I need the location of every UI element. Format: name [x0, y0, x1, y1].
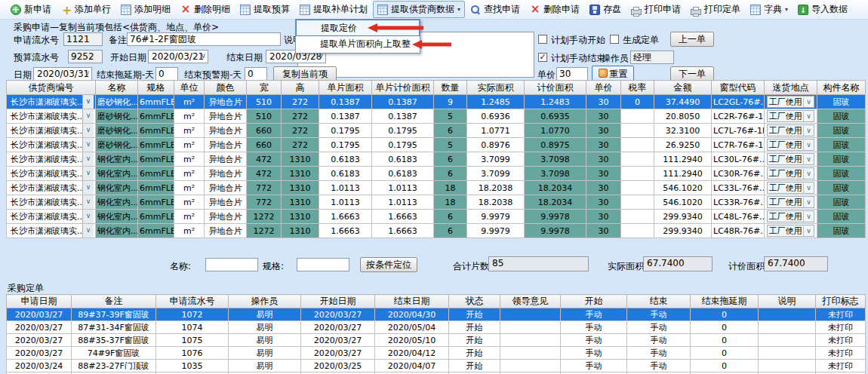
cell[interactable]: 钢化室内... — [96, 152, 138, 167]
cell[interactable]: 手动 — [561, 321, 627, 334]
cell[interactable]: 易明 — [229, 360, 301, 372]
cell[interactable] — [621, 124, 654, 138]
cell[interactable]: 3.7099 — [467, 167, 525, 181]
apply-no-field[interactable] — [63, 32, 103, 46]
cell[interactable]: 18 — [434, 195, 467, 210]
cell[interactable]: 钢化室内... — [96, 224, 138, 238]
cell[interactable]: 660 — [247, 124, 282, 138]
cell[interactable]: 固玻 — [817, 138, 866, 152]
cell[interactable]: 1310 — [282, 152, 319, 167]
column-header[interactable]: 单片面积 — [319, 81, 372, 95]
cell[interactable]: m² — [174, 109, 205, 124]
cell[interactable]: 易明 — [229, 334, 301, 347]
cell[interactable]: 2020/03/25 — [301, 360, 375, 372]
cell[interactable]: LC48L-76#... — [712, 210, 765, 224]
cell[interactable]: 6mmFLE... — [138, 95, 174, 109]
cell[interactable]: 30 — [586, 181, 621, 195]
cell[interactable]: 510 — [247, 109, 282, 124]
cell[interactable]: 固玻 — [817, 210, 866, 224]
cell[interactable]: m² — [174, 195, 205, 210]
column-header[interactable]: 高 — [282, 81, 319, 95]
toolbar-button-add-single-row[interactable]: 添加单行 — [57, 1, 115, 18]
cell[interactable]: LC48R-76#... — [712, 224, 765, 238]
cell[interactable]: 0.1387 — [319, 109, 372, 124]
cell[interactable]: 0.1387 — [319, 95, 372, 109]
cell[interactable]: 0 — [621, 95, 654, 109]
cell[interactable]: 钢化室内... — [96, 167, 138, 181]
table-row[interactable]: 长沙市潇湘玻璃实...∨磨砂钢化...6mmFLE...m²异地合片660272… — [7, 138, 866, 152]
column-header[interactable]: 供货商编号 — [7, 81, 96, 95]
cell[interactable]: 26.9250 — [654, 138, 712, 152]
cell[interactable]: m² — [174, 152, 205, 167]
toolbar-button-delete-apply[interactable]: 删除申请 — [525, 1, 584, 18]
cell[interactable]: 手动 — [627, 321, 691, 334]
column-header[interactable]: 颜色 — [205, 81, 247, 95]
locate-button[interactable]: 按条件定位 — [360, 257, 417, 272]
combo-arrow-icon[interactable]: ∨ — [803, 126, 814, 136]
cell[interactable]: 3.7098 — [525, 152, 586, 167]
column-header[interactable]: 结束日期 — [375, 295, 449, 308]
cell[interactable] — [759, 347, 816, 360]
combo-arrow-icon[interactable]: ∨ — [82, 195, 94, 209]
cell[interactable]: 30 — [586, 195, 621, 210]
cell[interactable] — [621, 181, 654, 195]
cell[interactable]: 18.2038 — [467, 195, 525, 210]
cell[interactable] — [759, 308, 816, 321]
cell[interactable]: m² — [174, 95, 205, 109]
cell[interactable]: 0.1795 — [372, 138, 434, 152]
cell[interactable]: 未打印 — [816, 347, 866, 360]
cell[interactable]: 2020/03/27 — [301, 308, 375, 321]
cell[interactable]: 1035 — [156, 360, 229, 372]
column-header[interactable]: 打印标志 — [816, 295, 866, 308]
cell[interactable]: 6mmFLE... — [138, 109, 174, 124]
cell[interactable]: LC2GL-76#... — [712, 95, 765, 109]
cell[interactable]: 1.0113 — [319, 195, 372, 210]
column-header[interactable]: 申请日期 — [7, 295, 72, 308]
cell[interactable]: 9.9979 — [467, 224, 525, 238]
cell[interactable]: 299.9340 — [654, 210, 712, 224]
column-header[interactable]: 申请流水号 — [156, 295, 229, 308]
cell[interactable]: 0.6183 — [319, 152, 372, 167]
column-header[interactable]: 送货地点 — [765, 81, 817, 95]
cell[interactable]: 88#35-37F窗固玻 — [72, 334, 156, 347]
cell[interactable]: 未打印 — [816, 308, 866, 321]
cell[interactable]: 0.1387 — [372, 109, 434, 124]
cell[interactable]: 2020/04/07 — [375, 360, 449, 372]
cell[interactable]: 固玻 — [817, 195, 866, 210]
cell[interactable]: 1.6663 — [372, 210, 434, 224]
cell[interactable]: 1.2483 — [525, 95, 586, 109]
copy-current-button[interactable]: 复制当前项 — [273, 66, 337, 81]
column-header[interactable]: 结束 — [627, 295, 691, 308]
cell[interactable]: 9.9978 — [525, 210, 586, 224]
end-delay-field[interactable] — [155, 67, 178, 81]
cell[interactable]: 1075 — [156, 334, 229, 347]
cell[interactable]: 工厂使用∨ — [765, 138, 817, 152]
cell[interactable]: 长沙市潇湘玻璃实...∨ — [7, 181, 96, 195]
cell[interactable]: 1.0113 — [372, 181, 434, 195]
cell[interactable] — [500, 321, 561, 334]
cell[interactable]: 易明 — [229, 308, 301, 321]
price-field[interactable] — [556, 67, 588, 81]
manual-start-checkbox[interactable] — [538, 35, 547, 44]
cell[interactable]: 工厂使用∨ — [765, 124, 817, 138]
cell[interactable]: 6mmFLE... — [138, 224, 174, 238]
cell[interactable]: 0.1795 — [372, 124, 434, 138]
cell[interactable]: 6mmFLE... — [138, 124, 174, 138]
cell[interactable] — [759, 360, 816, 372]
toolbar-button-extract-budget[interactable]: 提取预算 — [235, 1, 294, 18]
cell[interactable]: 30 — [586, 124, 621, 138]
cell[interactable]: 0.6183 — [372, 167, 434, 181]
cell[interactable]: LC30R-76#... — [712, 167, 765, 181]
cell[interactable] — [621, 109, 654, 124]
cell[interactable]: 1.0771 — [467, 124, 525, 138]
combo-arrow-icon[interactable]: ∨ — [82, 181, 94, 195]
cell[interactable]: 工厂使用∨ — [765, 95, 817, 109]
cell[interactable]: 未打印 — [816, 360, 866, 372]
cell[interactable]: 钢化室内... — [96, 195, 138, 210]
cell[interactable]: 易明 — [229, 321, 301, 334]
column-header[interactable]: 单价 — [586, 81, 621, 95]
operator-field[interactable] — [630, 51, 674, 64]
cell[interactable]: 固玻 — [817, 181, 866, 195]
cell[interactable]: 6mmFLE... — [138, 152, 174, 167]
cell[interactable]: 6 — [434, 224, 467, 238]
